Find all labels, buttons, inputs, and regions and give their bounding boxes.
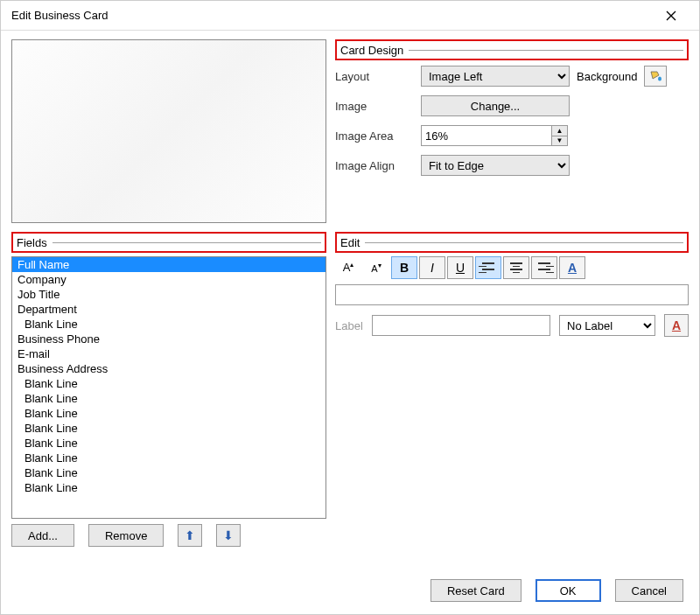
field-item[interactable]: Full Name — [12, 257, 326, 272]
edit-toolbar: A▴ A▾ B I U — [335, 256, 689, 279]
arrow-up-icon: ⬆ — [185, 528, 195, 542]
font-color-button[interactable]: A — [559, 256, 585, 279]
field-item[interactable]: Blank Line — [12, 317, 326, 332]
font-grow-icon: A▴ — [343, 261, 354, 274]
field-item[interactable]: Job Title — [12, 287, 326, 302]
field-item[interactable]: Blank Line — [12, 480, 326, 495]
field-item[interactable]: Blank Line — [12, 451, 326, 465]
label-font-color-button[interactable]: A — [664, 314, 689, 337]
align-right-icon — [532, 257, 556, 278]
reset-card-button[interactable]: Reset Card — [430, 579, 522, 602]
cancel-button[interactable]: Cancel — [615, 579, 683, 602]
image-align-label: Image Align — [335, 159, 414, 172]
edit-text-input[interactable] — [335, 284, 689, 305]
remove-field-button[interactable]: Remove — [88, 524, 164, 547]
label-input — [372, 315, 550, 336]
fields-section: Fields Full NameCompanyJob TitleDepartme… — [11, 232, 326, 547]
underline-button[interactable]: U — [447, 256, 473, 279]
field-item[interactable]: Business Address — [12, 361, 326, 376]
image-area-input[interactable] — [421, 125, 552, 146]
align-left-button[interactable] — [475, 256, 501, 279]
move-down-button[interactable]: ⬇ — [216, 524, 241, 547]
ok-button[interactable]: OK — [536, 579, 601, 602]
font-color-red-icon: A — [672, 318, 681, 332]
layout-label: Layout — [335, 70, 414, 83]
window-title: Edit Business Card — [11, 9, 108, 22]
decrease-font-button[interactable]: A▾ — [363, 256, 389, 279]
paint-bucket-icon — [648, 70, 662, 82]
add-field-button[interactable]: Add... — [11, 524, 74, 547]
svg-point-2 — [658, 77, 662, 81]
italic-button[interactable]: I — [419, 256, 445, 279]
align-center-button[interactable] — [503, 256, 529, 279]
fields-list[interactable]: Full NameCompanyJob TitleDepartmentBlank… — [11, 256, 326, 519]
field-item[interactable]: Blank Line — [12, 465, 326, 480]
field-item[interactable]: E-mail — [12, 346, 326, 361]
align-right-button[interactable] — [531, 256, 557, 279]
move-up-button[interactable]: ⬆ — [178, 524, 202, 547]
card-design-header: Card Design — [340, 44, 409, 57]
dialog-edit-business-card: Edit Business Card Card Design Layout — [0, 0, 700, 615]
close-button[interactable] — [654, 3, 689, 28]
font-shrink-icon: A▾ — [371, 262, 381, 274]
field-item[interactable]: Department — [12, 302, 326, 317]
close-icon — [666, 10, 676, 21]
change-image-button[interactable]: Change... — [421, 95, 570, 116]
edit-highlight: Edit — [335, 232, 689, 253]
label-caption: Label — [335, 319, 363, 332]
image-area-label: Image Area — [335, 129, 414, 143]
image-area-spin-down[interactable]: ▼ — [552, 136, 567, 146]
field-item[interactable]: Blank Line — [12, 391, 326, 406]
align-left-icon — [476, 257, 500, 278]
background-color-button[interactable] — [644, 66, 667, 87]
edit-section: Edit A▴ A▾ B I U — [335, 232, 689, 547]
card-design-highlight: Card Design — [335, 39, 689, 60]
field-item[interactable]: Blank Line — [12, 421, 326, 436]
image-align-select[interactable]: Fit to Edge — [421, 155, 570, 176]
align-center-icon — [504, 257, 528, 278]
field-item[interactable]: Blank Line — [12, 406, 326, 421]
increase-font-button[interactable]: A▴ — [335, 256, 361, 279]
layout-select[interactable]: Image Left — [421, 66, 570, 87]
field-item[interactable]: Blank Line — [12, 436, 326, 451]
background-label: Background — [577, 70, 637, 83]
field-item[interactable]: Blank Line — [12, 376, 326, 391]
dialog-buttons: Reset Card OK Cancel — [430, 579, 683, 602]
fields-highlight: Fields — [11, 232, 326, 253]
titlebar: Edit Business Card — [1, 1, 699, 31]
label-position-select[interactable]: No Label — [559, 315, 655, 336]
card-preview — [11, 39, 326, 223]
arrow-down-icon: ⬇ — [223, 528, 234, 542]
field-item[interactable]: Company — [12, 272, 326, 287]
image-label: Image — [335, 100, 414, 113]
field-item[interactable]: Business Phone — [12, 332, 326, 346]
bold-button[interactable]: B — [391, 256, 417, 279]
image-area-spin-up[interactable]: ▲ — [552, 126, 567, 136]
font-color-icon: A — [568, 261, 577, 275]
card-design-section: Card Design Layout Image Left Background — [335, 39, 689, 223]
edit-header: Edit — [340, 236, 365, 249]
fields-header: Fields — [17, 236, 52, 249]
